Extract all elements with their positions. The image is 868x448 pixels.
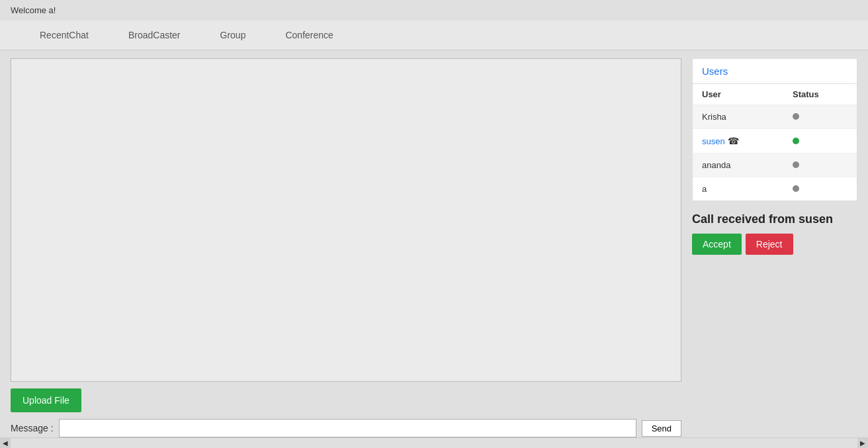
call-notification: Call received from susen Accept Reject	[692, 209, 857, 257]
scrollbar-track[interactable]	[11, 438, 857, 448]
accept-button[interactable]: Accept	[692, 234, 742, 255]
table-row: Krisha	[693, 105, 857, 129]
status-offline-icon	[793, 113, 799, 120]
welcome-bar: Welcome a!	[0, 0, 868, 21]
col-header-user: User	[693, 84, 783, 105]
scrollbar-area: ◀ ▶	[0, 437, 868, 448]
tab-group[interactable]: Group	[220, 27, 246, 43]
users-card: Users User Status Krishasusen☎anandaa	[692, 58, 857, 201]
chat-area	[11, 58, 681, 382]
send-button[interactable]: Send	[642, 420, 681, 437]
user-status-cell	[783, 154, 857, 177]
user-name-cell[interactable]: susen☎	[693, 129, 783, 154]
user-name-cell: Krisha	[693, 105, 783, 129]
chat-panel: Upload File Message : Send	[11, 58, 681, 437]
col-header-status: Status	[783, 84, 857, 105]
user-name-link[interactable]: susen	[702, 136, 725, 146]
status-offline-icon	[793, 161, 799, 168]
phone-icon: ☎	[728, 136, 739, 146]
tab-conference[interactable]: Conference	[285, 27, 333, 43]
scroll-left-arrow[interactable]: ◀	[0, 438, 11, 449]
reject-button[interactable]: Reject	[746, 234, 793, 255]
user-name-cell: a	[693, 177, 783, 201]
welcome-text: Welcome a!	[11, 5, 56, 15]
call-text: Call received from susen	[692, 212, 857, 227]
users-table: User Status Krishasusen☎anandaa	[693, 84, 857, 201]
table-row: ananda	[693, 154, 857, 177]
user-status-cell	[783, 177, 857, 201]
table-row: susen☎	[693, 129, 857, 154]
status-offline-icon	[793, 185, 799, 192]
tab-recent-chat[interactable]: RecentChat	[40, 27, 89, 43]
tab-broadcaster[interactable]: BroadCaster	[128, 27, 181, 43]
user-name-cell: ananda	[693, 154, 783, 177]
table-row: a	[693, 177, 857, 201]
message-input[interactable]	[59, 419, 636, 437]
right-panel: Users User Status Krishasusen☎anandaa Ca…	[692, 58, 857, 437]
table-header-row: User Status	[693, 84, 857, 105]
call-buttons: Accept Reject	[692, 234, 857, 255]
main-layout: Upload File Message : Send Users User St…	[0, 50, 868, 445]
status-online-icon	[793, 138, 799, 144]
message-row: Message : Send	[11, 419, 681, 437]
scroll-right-arrow[interactable]: ▶	[857, 438, 868, 449]
user-status-cell	[783, 129, 857, 154]
upload-file-button[interactable]: Upload File	[11, 388, 81, 412]
message-label: Message :	[11, 423, 54, 433]
users-card-header: Users	[693, 59, 857, 84]
user-status-cell	[783, 105, 857, 129]
tabs-bar: RecentChat BroadCaster Group Conference	[0, 21, 868, 50]
